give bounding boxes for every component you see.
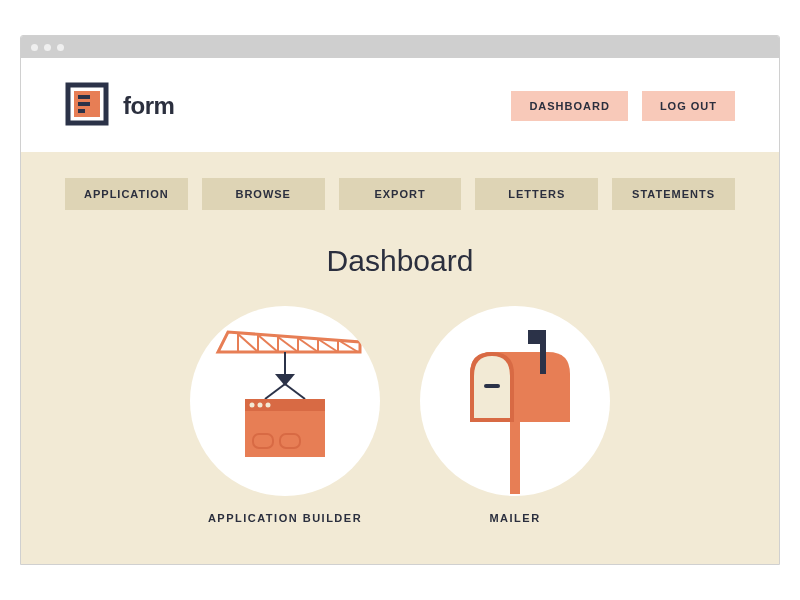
- header-buttons: DASHBOARD LOG OUT: [511, 91, 735, 121]
- logo[interactable]: form: [65, 82, 174, 130]
- card-label: MAILER: [489, 512, 540, 524]
- svg-rect-4: [78, 109, 85, 113]
- card-illustration: [420, 306, 610, 496]
- tab-application[interactable]: APPLICATION: [65, 178, 188, 210]
- mailbox-icon: [420, 306, 610, 496]
- svg-line-13: [258, 335, 278, 352]
- window-maximize-icon[interactable]: [57, 44, 64, 51]
- header: form DASHBOARD LOG OUT: [21, 58, 779, 152]
- svg-point-25: [258, 403, 263, 408]
- tab-letters[interactable]: LETTERS: [475, 178, 598, 210]
- browser-titlebar: [21, 36, 779, 58]
- card-application-builder[interactable]: APPLICATION BUILDER: [190, 306, 380, 524]
- card-label: APPLICATION BUILDER: [208, 512, 362, 524]
- dashboard-cards: APPLICATION BUILDER: [65, 306, 735, 524]
- window-close-icon[interactable]: [31, 44, 38, 51]
- form-logo-icon: [65, 82, 109, 130]
- svg-rect-30: [484, 384, 500, 388]
- svg-rect-3: [78, 102, 90, 106]
- main-content: APPLICATION BROWSE EXPORT LETTERS STATEM…: [21, 152, 779, 564]
- svg-point-24: [250, 403, 255, 408]
- svg-line-20: [265, 384, 285, 399]
- card-mailer[interactable]: MAILER: [420, 306, 610, 524]
- svg-rect-2: [78, 95, 90, 99]
- card-illustration: [190, 306, 380, 496]
- window-minimize-icon[interactable]: [44, 44, 51, 51]
- svg-rect-29: [510, 422, 520, 494]
- svg-rect-23: [245, 399, 325, 411]
- svg-line-14: [278, 337, 298, 352]
- page-title: Dashboard: [65, 244, 735, 278]
- svg-line-12: [238, 334, 258, 352]
- dashboard-button[interactable]: DASHBOARD: [511, 91, 628, 121]
- crane-icon: [190, 306, 380, 496]
- nav-tabs: APPLICATION BROWSE EXPORT LETTERS STATEM…: [65, 178, 735, 210]
- browser-frame: form DASHBOARD LOG OUT APPLICATION BROWS…: [20, 35, 780, 565]
- tab-browse[interactable]: BROWSE: [202, 178, 325, 210]
- logo-text: form: [123, 92, 174, 120]
- tab-statements[interactable]: STATEMENTS: [612, 178, 735, 210]
- svg-point-26: [266, 403, 271, 408]
- logout-button[interactable]: LOG OUT: [642, 91, 735, 121]
- svg-line-21: [285, 384, 305, 399]
- tab-export[interactable]: EXPORT: [339, 178, 462, 210]
- svg-rect-32: [528, 330, 546, 344]
- svg-line-15: [298, 338, 318, 352]
